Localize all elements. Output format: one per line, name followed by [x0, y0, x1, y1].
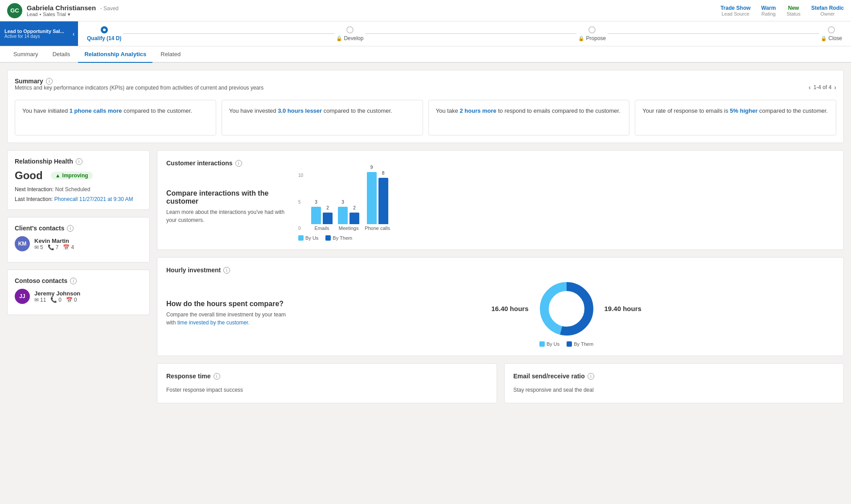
stage-propose[interactable]: 🔒 Propose [578, 26, 606, 41]
stage-label-qualify: Qualify (14 D) [87, 35, 121, 41]
contoso-phone-stat: 📞 0 [50, 297, 62, 303]
response-info-icon[interactable]: i [214, 373, 220, 380]
owner-block: Stefan Rodic Owner [811, 5, 844, 16]
y-10: 10 [298, 173, 303, 178]
tab-related[interactable]: Related [154, 46, 187, 63]
bar-val-meetings-them: 2 [349, 205, 359, 210]
left-panel: Relationship Health i Good ▲ Improving N… [7, 150, 150, 403]
hourly-title: Hourly investment [166, 266, 221, 274]
hourly-desc-text: Compare the overall time investment by y… [166, 311, 291, 327]
email-ratio-info-icon[interactable]: i [588, 373, 594, 380]
stage-close[interactable]: 🔒 Close [821, 26, 842, 41]
relationship-health-card: Relationship Health i Good ▲ Improving N… [7, 150, 150, 210]
interactions-info-icon[interactable]: i [235, 160, 242, 167]
donut-legend-them-label: By Them [574, 341, 593, 347]
stage-line-3 [608, 33, 819, 34]
hourly-title-row: Hourly investment i [166, 266, 835, 274]
client-stats: ✉ 5 📞 7 📅 4 [34, 244, 74, 250]
bar-meetings-them: 2 [349, 213, 359, 224]
pipeline-collapse-btn[interactable]: ‹ [69, 21, 78, 46]
by-them-hours: 19.40 hours [604, 305, 641, 312]
pipeline-side[interactable]: Lead to Opportunity Sal... Active for 14… [0, 21, 69, 46]
trade-show-block: Trade Show Lead Source [720, 5, 750, 16]
chart-legend: By Us By Them [298, 235, 352, 241]
donut-chart [538, 280, 596, 338]
donut-legend-them: By Them [567, 341, 593, 347]
hourly-info-icon[interactable]: i [223, 267, 230, 274]
hourly-desc: How do the hours spent compare? Compare … [166, 300, 291, 327]
email-ratio-title: Email send/receive ratio [514, 373, 585, 380]
hourly-desc-title: How do the hours spent compare? [166, 300, 291, 308]
bar-phonecalls-them: 8 [378, 178, 388, 224]
clients-info-icon[interactable]: i [67, 225, 74, 232]
contoso-stats: ✉ 11 📞 0 📅 0 [34, 297, 80, 303]
lock-icon-propose: 🔒 [578, 36, 584, 41]
contoso-info-icon[interactable]: i [70, 278, 77, 284]
hourly-desc-link[interactable]: time invested by the customer. [177, 320, 250, 326]
stage-develop[interactable]: 🔒 Develop [336, 26, 363, 41]
contoso-info: Jeremy Johnson ✉ 11 📞 0 📅 0 [34, 290, 80, 303]
donut-dot-us [539, 341, 545, 347]
interactions-title-row: Customer interactions i [166, 160, 835, 167]
stage-circle-qualify [101, 26, 108, 33]
tab-details[interactable]: Details [46, 46, 77, 63]
prev-page-btn[interactable]: ‹ [809, 84, 811, 91]
tab-relationship-analytics[interactable]: Relationship Analytics [78, 46, 152, 63]
last-interaction-row: Last Interaction: Phonecall 11/27/2021 a… [15, 196, 142, 202]
stage-qualify[interactable]: Qualify (14 D) [87, 26, 121, 41]
client-info: Kevin Martin ✉ 5 📞 7 📅 4 [34, 238, 74, 250]
bars-meetings: 3 2 [338, 207, 359, 224]
pipeline-bar: Lead to Opportunity Sal... Active for 14… [0, 21, 851, 46]
header-left: GC Gabriela Christiansen - Saved Lead • … [7, 3, 119, 18]
owner-label: Owner [811, 11, 844, 16]
summary-section: Summary i Metrics and key performance in… [7, 70, 844, 143]
dropdown-icon[interactable]: ▾ [68, 12, 70, 17]
bar-emails-us: 3 [311, 207, 321, 224]
summary-card-3: You take 2 hours more to respond to emai… [428, 100, 630, 135]
pipeline-title: Lead to Opportunity Sal... [4, 29, 65, 34]
clients-title-row: Client's contacts i [15, 225, 142, 232]
contoso-avatar: JJ [15, 289, 30, 304]
bar-group-phonecalls: 9 8 Phone calls [365, 172, 390, 231]
improving-label: Improving [62, 172, 88, 179]
donut-legend-us: By Us [539, 341, 559, 347]
summary-description: Metrics and key performance indicators (… [15, 85, 263, 91]
stage-line-2 [365, 33, 576, 34]
client-email-stat: ✉ 5 [34, 244, 43, 250]
bar-phonecalls-us: 9 [367, 172, 377, 224]
client-name: Kevin Martin [34, 238, 74, 244]
summary-header: Summary i Metrics and key performance in… [15, 78, 836, 97]
header-right: Trade Show Lead Source Warm Rating New S… [720, 5, 844, 16]
customer-interactions-card: Customer interactions i Compare interact… [157, 150, 844, 250]
response-title: Response time [166, 373, 211, 380]
status-value: New [786, 5, 800, 11]
bottom-cards: Response time i Foster response impact s… [157, 363, 844, 403]
stage-label-close: 🔒 Close [821, 35, 842, 41]
client-avatar: KM [15, 236, 30, 251]
bar-emails-them: 2 [323, 213, 333, 224]
bar-label-phonecalls: Phone calls [365, 225, 390, 231]
bar-val-meetings-us: 3 [338, 200, 348, 205]
client-meeting-stat: 📅 4 [63, 244, 74, 250]
contoso-title: Contoso contacts [15, 277, 67, 284]
contoso-contacts-card: Contoso contacts i JJ Jeremy Johnson ✉ 1… [7, 270, 150, 315]
legend-dot-us [298, 235, 304, 241]
rel-health-title-row: Relationship Health i [15, 158, 142, 165]
bar-meetings-us: 3 [338, 207, 348, 224]
bar-label-meetings: Meetings [339, 225, 359, 231]
summary-info-icon[interactable]: i [46, 78, 53, 85]
improving-badge: ▲ Improving [51, 172, 93, 180]
client-phone-stat: 📞 7 [48, 244, 59, 250]
status-label: Status [786, 11, 800, 16]
next-page-btn[interactable]: › [834, 84, 836, 91]
interactions-title: Customer interactions [166, 160, 233, 167]
tab-summary[interactable]: Summary [7, 46, 45, 63]
email-ratio-title-row: Email send/receive ratio i [514, 373, 835, 380]
bar-val-emails-us: 3 [311, 200, 321, 205]
next-interaction-value: Not Scheduled [55, 186, 90, 193]
response-desc: Foster response impact success [166, 386, 488, 394]
rel-health-info-icon[interactable]: i [76, 158, 82, 165]
y-0: 0 [298, 226, 303, 231]
last-interaction-link[interactable]: Phonecall 11/27/2021 at 9:30 AM [54, 196, 133, 202]
nav-tabs: Summary Details Relationship Analytics R… [0, 46, 851, 63]
